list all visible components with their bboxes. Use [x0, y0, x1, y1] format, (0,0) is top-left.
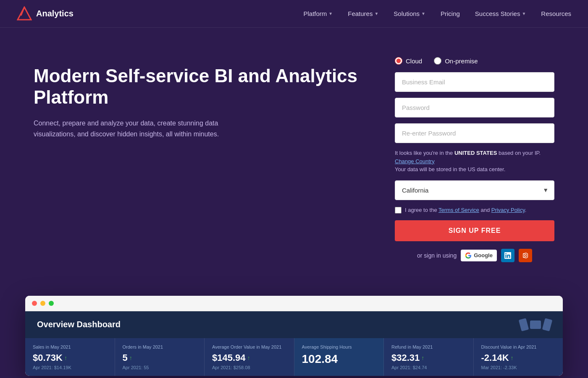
metric-card-orders: Orders in May 2021 5 ↑ Apr 2021: 55 — [115, 338, 205, 376]
cloud-radio-option[interactable]: Cloud — [395, 57, 422, 65]
metric-sub-orders: Apr 2021: 55 — [123, 365, 197, 370]
social-signin-row: or sign in using Google — [395, 249, 554, 262]
nav-links: Platform ▼ Features ▼ Solutions ▼ Pricin… — [303, 10, 571, 17]
change-country-link[interactable]: Change Country — [395, 158, 435, 164]
dashboard-preview: Overview Dashboard Sales in May 2021 $0.… — [25, 296, 563, 376]
linkedin-signin-button[interactable] — [501, 249, 514, 262]
dashboard-title: Overview Dashboard — [37, 320, 121, 329]
metric-sub-refund: Apr 2021: $24.74 — [391, 365, 466, 370]
window-chrome — [25, 296, 563, 311]
dashboard-header: Overview Dashboard — [25, 311, 563, 338]
metric-card-refund: Refund in May 2021 $32.31 ↑ Apr 2021: $2… — [384, 338, 474, 376]
metric-card-avg-order: Average Order Value in May 2021 $145.94 … — [205, 338, 294, 376]
metric-sub-discount: Mar 2021: -2.33K — [481, 365, 556, 370]
dashboard-icon-1 — [519, 318, 529, 331]
signup-button[interactable]: SIGN UP FREE — [395, 220, 554, 241]
metric-label-refund: Refund in May 2021 — [391, 344, 466, 350]
google-icon — [465, 252, 472, 259]
metric-value-discount: -2.14K ↑ — [481, 352, 556, 363]
location-note: It looks like you're in the UNITED STATE… — [395, 149, 554, 174]
metric-label-shipping: Average Shipping Hours — [302, 344, 376, 350]
metric-card-sales: Sales in May 2021 $0.73K ↑ Apr 2021: $14… — [25, 338, 115, 376]
state-select[interactable]: California New York Texas Florida Washin… — [395, 180, 554, 200]
state-select-wrapper: California New York Texas Florida Washin… — [395, 180, 554, 200]
chevron-down-icon: ▼ — [421, 11, 425, 16]
window-minimize-dot — [40, 301, 45, 306]
nav-item-resources[interactable]: Resources — [541, 10, 571, 17]
office-signin-button[interactable] — [519, 249, 532, 262]
deployment-radio-group: Cloud On-premise — [395, 57, 554, 65]
metric-label-orders: Orders in May 2021 — [123, 344, 197, 350]
terms-checkbox-row: I agree to the Terms of Service and Priv… — [395, 207, 554, 214]
hero-subtext: Connect, prepare and analyze your data, … — [34, 118, 235, 139]
nav-item-success-stories[interactable]: Success Stories ▼ — [475, 10, 526, 17]
metric-value-sales: $0.73K ↑ — [33, 352, 107, 363]
metric-card-shipping: Average Shipping Hours 102.84 — [294, 338, 384, 376]
logo-link[interactable]: Analytics — [17, 6, 74, 21]
chevron-down-icon: ▼ — [328, 11, 333, 16]
arrow-up-icon: ↑ — [129, 355, 132, 361]
signup-form: Cloud On-premise It looks like you're in… — [395, 57, 554, 262]
metric-value-refund: $32.31 ↑ — [391, 352, 466, 363]
reenter-password-field[interactable] — [395, 123, 554, 143]
metric-label-sales: Sales in May 2021 — [33, 344, 107, 350]
logo-text: Analytics — [36, 9, 74, 18]
onpremise-radio-option[interactable]: On-premise — [434, 57, 478, 65]
email-field[interactable] — [395, 72, 554, 92]
arrow-up-icon: ↑ — [64, 355, 67, 361]
arrow-up-icon: ↑ — [511, 355, 514, 361]
svg-marker-0 — [18, 7, 31, 20]
metric-value-avg-order: $145.94 ↑ — [212, 352, 286, 363]
hero-heading: Modern Self-service BI and Analytics Pla… — [34, 65, 370, 108]
onpremise-radio[interactable] — [434, 57, 441, 65]
google-signin-button[interactable]: Google — [461, 250, 497, 261]
window-expand-dot — [49, 301, 54, 306]
hero-right: Cloud On-premise It looks like you're in… — [395, 57, 554, 262]
metric-label-discount: Discount Value in Apr 2021 — [481, 344, 556, 350]
nav-item-platform[interactable]: Platform ▼ — [303, 10, 333, 17]
logo-icon — [17, 6, 32, 21]
hero-section: Modern Self-service BI and Analytics Pla… — [0, 28, 588, 287]
metric-sub-avg-order: Apr 2021: $258.08 — [212, 365, 286, 370]
privacy-link[interactable]: Privacy Policy — [491, 207, 525, 213]
metric-card-discount: Discount Value in Apr 2021 -2.14K ↑ Mar … — [474, 338, 563, 376]
dashboard-icon-group — [520, 319, 551, 331]
metrics-row: Sales in May 2021 $0.73K ↑ Apr 2021: $14… — [25, 338, 563, 376]
metric-value-orders: 5 ↑ — [123, 352, 197, 363]
hero-left: Modern Self-service BI and Analytics Pla… — [34, 57, 370, 262]
terms-checkbox[interactable] — [395, 207, 402, 214]
chevron-down-icon: ▼ — [522, 11, 526, 16]
password-field[interactable] — [395, 98, 554, 117]
arrow-up-icon: ↑ — [247, 355, 250, 361]
dashboard-icon-2 — [530, 321, 541, 329]
window-close-dot — [32, 301, 37, 306]
metric-sub-sales: Apr 2021: $14.19K — [33, 365, 107, 370]
metric-value-shipping: 102.84 — [302, 352, 376, 366]
dashboard-icon-3 — [542, 318, 553, 331]
cloud-radio[interactable] — [395, 57, 402, 65]
nav-item-pricing[interactable]: Pricing — [441, 10, 460, 17]
nav-item-features[interactable]: Features ▼ — [348, 10, 378, 17]
office-icon — [522, 252, 529, 259]
linkedin-icon — [504, 252, 511, 259]
chevron-down-icon: ▼ — [374, 11, 378, 16]
nav-item-solutions[interactable]: Solutions ▼ — [394, 10, 425, 17]
navbar: Analytics Platform ▼ Features ▼ Solution… — [0, 0, 588, 28]
arrow-up-icon: ↑ — [421, 355, 424, 361]
terms-link[interactable]: Terms of Service — [438, 207, 479, 213]
metric-label-avg-order: Average Order Value in May 2021 — [212, 344, 286, 350]
